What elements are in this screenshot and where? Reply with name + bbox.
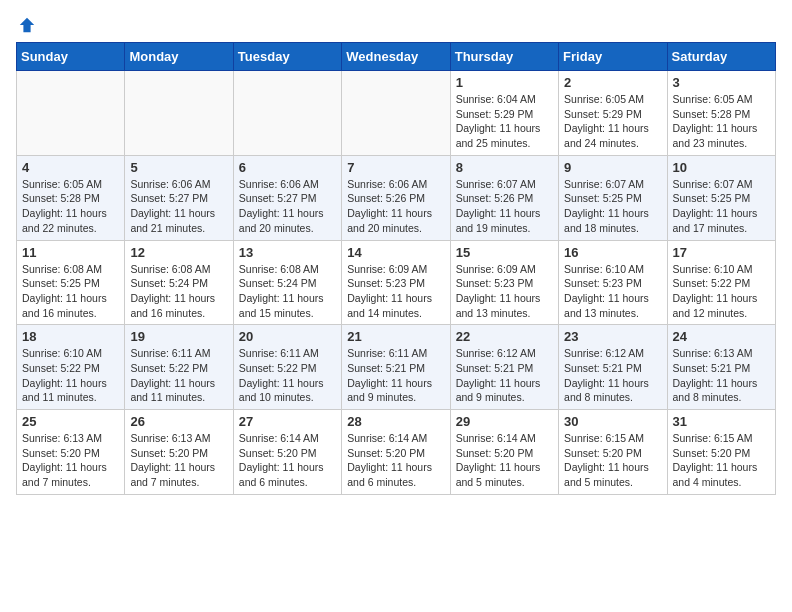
day-number: 14	[347, 245, 444, 260]
calendar-cell: 31Sunrise: 6:15 AM Sunset: 5:20 PM Dayli…	[667, 410, 775, 495]
day-number: 15	[456, 245, 553, 260]
day-info: Sunrise: 6:13 AM Sunset: 5:21 PM Dayligh…	[673, 346, 770, 405]
day-number: 3	[673, 75, 770, 90]
calendar-cell: 2Sunrise: 6:05 AM Sunset: 5:29 PM Daylig…	[559, 71, 667, 156]
calendar-cell: 27Sunrise: 6:14 AM Sunset: 5:20 PM Dayli…	[233, 410, 341, 495]
day-number: 27	[239, 414, 336, 429]
calendar-week-row: 4Sunrise: 6:05 AM Sunset: 5:28 PM Daylig…	[17, 155, 776, 240]
day-number: 23	[564, 329, 661, 344]
day-number: 22	[456, 329, 553, 344]
weekday-header: Monday	[125, 43, 233, 71]
logo-icon	[18, 16, 36, 34]
calendar-cell: 12Sunrise: 6:08 AM Sunset: 5:24 PM Dayli…	[125, 240, 233, 325]
day-info: Sunrise: 6:10 AM Sunset: 5:22 PM Dayligh…	[22, 346, 119, 405]
day-info: Sunrise: 6:07 AM Sunset: 5:26 PM Dayligh…	[456, 177, 553, 236]
day-number: 5	[130, 160, 227, 175]
calendar-cell: 10Sunrise: 6:07 AM Sunset: 5:25 PM Dayli…	[667, 155, 775, 240]
day-number: 31	[673, 414, 770, 429]
day-info: Sunrise: 6:07 AM Sunset: 5:25 PM Dayligh…	[564, 177, 661, 236]
day-info: Sunrise: 6:07 AM Sunset: 5:25 PM Dayligh…	[673, 177, 770, 236]
day-number: 19	[130, 329, 227, 344]
day-info: Sunrise: 6:08 AM Sunset: 5:25 PM Dayligh…	[22, 262, 119, 321]
day-number: 2	[564, 75, 661, 90]
day-info: Sunrise: 6:14 AM Sunset: 5:20 PM Dayligh…	[239, 431, 336, 490]
day-number: 29	[456, 414, 553, 429]
calendar-cell: 29Sunrise: 6:14 AM Sunset: 5:20 PM Dayli…	[450, 410, 558, 495]
calendar-cell: 19Sunrise: 6:11 AM Sunset: 5:22 PM Dayli…	[125, 325, 233, 410]
calendar-cell: 20Sunrise: 6:11 AM Sunset: 5:22 PM Dayli…	[233, 325, 341, 410]
day-info: Sunrise: 6:05 AM Sunset: 5:28 PM Dayligh…	[673, 92, 770, 151]
calendar-cell: 3Sunrise: 6:05 AM Sunset: 5:28 PM Daylig…	[667, 71, 775, 156]
day-number: 4	[22, 160, 119, 175]
calendar-cell: 9Sunrise: 6:07 AM Sunset: 5:25 PM Daylig…	[559, 155, 667, 240]
calendar-cell	[125, 71, 233, 156]
calendar-cell: 28Sunrise: 6:14 AM Sunset: 5:20 PM Dayli…	[342, 410, 450, 495]
calendar-week-row: 1Sunrise: 6:04 AM Sunset: 5:29 PM Daylig…	[17, 71, 776, 156]
day-info: Sunrise: 6:08 AM Sunset: 5:24 PM Dayligh…	[239, 262, 336, 321]
calendar-cell	[17, 71, 125, 156]
calendar-cell: 21Sunrise: 6:11 AM Sunset: 5:21 PM Dayli…	[342, 325, 450, 410]
logo	[16, 16, 36, 34]
calendar-cell: 4Sunrise: 6:05 AM Sunset: 5:28 PM Daylig…	[17, 155, 125, 240]
day-number: 8	[456, 160, 553, 175]
weekday-header: Thursday	[450, 43, 558, 71]
day-number: 16	[564, 245, 661, 260]
day-number: 10	[673, 160, 770, 175]
day-info: Sunrise: 6:14 AM Sunset: 5:20 PM Dayligh…	[456, 431, 553, 490]
day-info: Sunrise: 6:12 AM Sunset: 5:21 PM Dayligh…	[564, 346, 661, 405]
weekday-header: Wednesday	[342, 43, 450, 71]
calendar-cell: 18Sunrise: 6:10 AM Sunset: 5:22 PM Dayli…	[17, 325, 125, 410]
page-header	[16, 16, 776, 34]
calendar-cell: 11Sunrise: 6:08 AM Sunset: 5:25 PM Dayli…	[17, 240, 125, 325]
day-number: 21	[347, 329, 444, 344]
calendar-week-row: 11Sunrise: 6:08 AM Sunset: 5:25 PM Dayli…	[17, 240, 776, 325]
day-number: 13	[239, 245, 336, 260]
day-number: 20	[239, 329, 336, 344]
day-info: Sunrise: 6:06 AM Sunset: 5:27 PM Dayligh…	[130, 177, 227, 236]
day-info: Sunrise: 6:12 AM Sunset: 5:21 PM Dayligh…	[456, 346, 553, 405]
day-number: 24	[673, 329, 770, 344]
calendar-cell: 7Sunrise: 6:06 AM Sunset: 5:26 PM Daylig…	[342, 155, 450, 240]
day-number: 6	[239, 160, 336, 175]
weekday-header: Tuesday	[233, 43, 341, 71]
calendar-cell: 6Sunrise: 6:06 AM Sunset: 5:27 PM Daylig…	[233, 155, 341, 240]
weekday-header: Saturday	[667, 43, 775, 71]
svg-marker-0	[20, 18, 34, 32]
calendar-week-row: 25Sunrise: 6:13 AM Sunset: 5:20 PM Dayli…	[17, 410, 776, 495]
day-info: Sunrise: 6:08 AM Sunset: 5:24 PM Dayligh…	[130, 262, 227, 321]
day-info: Sunrise: 6:13 AM Sunset: 5:20 PM Dayligh…	[130, 431, 227, 490]
day-number: 12	[130, 245, 227, 260]
day-number: 1	[456, 75, 553, 90]
calendar-cell: 30Sunrise: 6:15 AM Sunset: 5:20 PM Dayli…	[559, 410, 667, 495]
day-info: Sunrise: 6:10 AM Sunset: 5:23 PM Dayligh…	[564, 262, 661, 321]
weekday-header: Sunday	[17, 43, 125, 71]
calendar-cell: 8Sunrise: 6:07 AM Sunset: 5:26 PM Daylig…	[450, 155, 558, 240]
day-info: Sunrise: 6:15 AM Sunset: 5:20 PM Dayligh…	[564, 431, 661, 490]
calendar-cell: 22Sunrise: 6:12 AM Sunset: 5:21 PM Dayli…	[450, 325, 558, 410]
calendar-table: SundayMondayTuesdayWednesdayThursdayFrid…	[16, 42, 776, 495]
day-info: Sunrise: 6:05 AM Sunset: 5:29 PM Dayligh…	[564, 92, 661, 151]
day-number: 30	[564, 414, 661, 429]
day-info: Sunrise: 6:10 AM Sunset: 5:22 PM Dayligh…	[673, 262, 770, 321]
day-number: 9	[564, 160, 661, 175]
calendar-week-row: 18Sunrise: 6:10 AM Sunset: 5:22 PM Dayli…	[17, 325, 776, 410]
day-info: Sunrise: 6:14 AM Sunset: 5:20 PM Dayligh…	[347, 431, 444, 490]
day-info: Sunrise: 6:09 AM Sunset: 5:23 PM Dayligh…	[347, 262, 444, 321]
day-info: Sunrise: 6:06 AM Sunset: 5:26 PM Dayligh…	[347, 177, 444, 236]
calendar-cell: 26Sunrise: 6:13 AM Sunset: 5:20 PM Dayli…	[125, 410, 233, 495]
day-info: Sunrise: 6:15 AM Sunset: 5:20 PM Dayligh…	[673, 431, 770, 490]
day-number: 18	[22, 329, 119, 344]
calendar-header-row: SundayMondayTuesdayWednesdayThursdayFrid…	[17, 43, 776, 71]
day-info: Sunrise: 6:05 AM Sunset: 5:28 PM Dayligh…	[22, 177, 119, 236]
day-info: Sunrise: 6:11 AM Sunset: 5:22 PM Dayligh…	[130, 346, 227, 405]
calendar-cell: 24Sunrise: 6:13 AM Sunset: 5:21 PM Dayli…	[667, 325, 775, 410]
day-info: Sunrise: 6:06 AM Sunset: 5:27 PM Dayligh…	[239, 177, 336, 236]
day-info: Sunrise: 6:11 AM Sunset: 5:22 PM Dayligh…	[239, 346, 336, 405]
calendar-cell: 1Sunrise: 6:04 AM Sunset: 5:29 PM Daylig…	[450, 71, 558, 156]
calendar-cell: 16Sunrise: 6:10 AM Sunset: 5:23 PM Dayli…	[559, 240, 667, 325]
day-number: 25	[22, 414, 119, 429]
day-info: Sunrise: 6:09 AM Sunset: 5:23 PM Dayligh…	[456, 262, 553, 321]
calendar-cell	[233, 71, 341, 156]
day-number: 7	[347, 160, 444, 175]
weekday-header: Friday	[559, 43, 667, 71]
